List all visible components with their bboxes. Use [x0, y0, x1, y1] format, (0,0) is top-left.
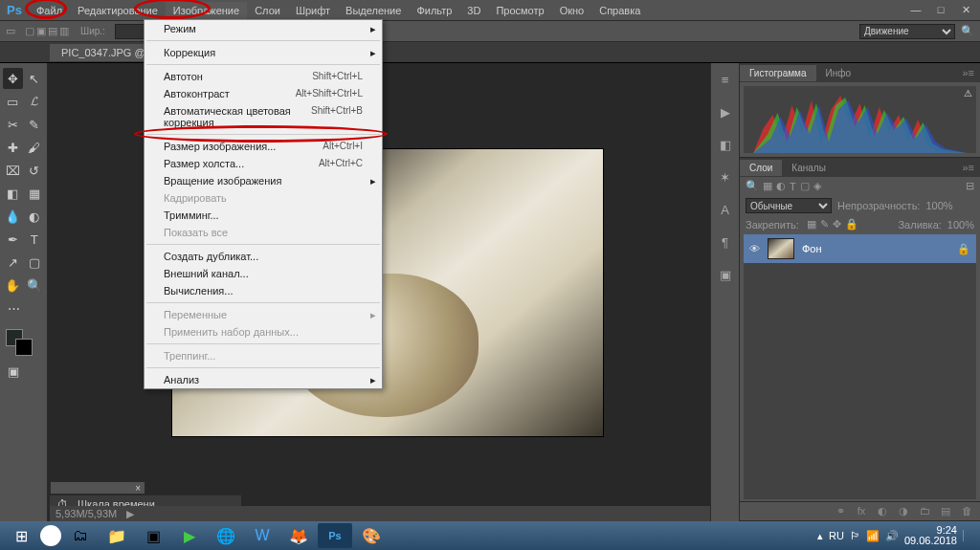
quickmask-tool[interactable]: ▣ [3, 361, 24, 382]
gradient-tool[interactable]: ▦ [25, 183, 45, 204]
menu-item-режим[interactable]: Режим▸ [145, 20, 382, 37]
taskbar-media[interactable]: ▶ [172, 523, 207, 548]
tray-clock[interactable]: 9:24 09.06.2018 [904, 525, 957, 546]
menu-item-анализ[interactable]: Анализ▸ [145, 371, 382, 388]
fx-icon[interactable]: fx [854, 505, 869, 517]
close-button[interactable]: ✕ [957, 4, 974, 16]
menu-layer[interactable]: Слои [247, 2, 288, 19]
filter-type-icon[interactable]: T [790, 181, 796, 192]
lock-icons[interactable]: ▦✎✥🔒 [805, 218, 860, 231]
menu-item-коррекция[interactable]: Коррекция▸ [145, 44, 382, 61]
path-tool[interactable]: ↗ [3, 252, 23, 273]
char-panel-icon[interactable]: A [715, 199, 736, 220]
opacity-value[interactable]: 100% [925, 200, 952, 211]
tray-sound-icon[interactable]: 🔊 [885, 530, 899, 542]
taskbar-paint[interactable]: 🎨 [354, 523, 389, 548]
workspace-select[interactable]: Движение [859, 24, 955, 39]
shape-tool[interactable]: ▢ [25, 252, 45, 273]
menu-select[interactable]: Выделение [338, 2, 409, 19]
menu-item-автоконтраст[interactable]: АвтоконтрастAlt+Shift+Ctrl+L [145, 85, 382, 102]
histogram-warning-icon[interactable]: ⚠ [964, 88, 972, 99]
eraser-tool[interactable]: ◧ [3, 183, 23, 204]
taskbar-chrome[interactable]: 🌐 [209, 523, 243, 548]
properties-panel-icon[interactable]: ◧ [715, 134, 736, 155]
artboard-tool[interactable]: ↖ [25, 68, 45, 89]
marquee-tool[interactable]: ▭ [3, 91, 23, 112]
eyedropper-tool[interactable]: ✎ [25, 114, 45, 135]
brush-tool[interactable]: 🖌 [25, 137, 45, 158]
tray-up-icon[interactable]: ▴ [817, 530, 823, 542]
menu-window[interactable]: Окно [552, 2, 592, 19]
menu-filter[interactable]: Фильтр [409, 2, 459, 19]
menu-item-автоматическая-цветовая-коррекция[interactable]: Автоматическая цветовая коррекцияShift+C… [145, 102, 382, 131]
taskbar-app1[interactable]: ▣ [136, 523, 170, 548]
tab-channels[interactable]: Каналы [782, 160, 835, 176]
tray-flag-icon[interactable]: 🏳 [850, 530, 860, 541]
history-brush-tool[interactable]: ↺ [25, 160, 45, 181]
filter-kind-icon[interactable]: 🔍 [746, 180, 759, 192]
background-color[interactable] [15, 339, 33, 356]
hand-tool[interactable]: ✋ [3, 275, 23, 296]
tray-lang[interactable]: RU [829, 530, 844, 541]
filter-adj-icon[interactable]: ◐ [776, 180, 786, 192]
type-tool[interactable]: T [25, 229, 45, 250]
brushes-panel-icon[interactable]: ✶ [715, 166, 736, 187]
new-layer-icon[interactable]: ▤ [938, 505, 953, 517]
edit-toolbar[interactable]: ⋯ [3, 297, 24, 319]
marquee-icon[interactable]: ▭ [6, 25, 15, 37]
menu-item-вычисления-[interactable]: Вычисления... [145, 282, 382, 299]
tab-layers[interactable]: Слои [740, 160, 782, 176]
filter-smart-icon[interactable]: ◈ [813, 180, 821, 192]
menu-image[interactable]: Изображение [166, 2, 247, 19]
menu-item-автотон[interactable]: АвтотонShift+Ctrl+L [145, 68, 382, 85]
start-button[interactable]: ⊞ [4, 523, 38, 548]
visibility-icon[interactable]: 👁 [749, 243, 760, 254]
menu-item-размер-изображения-[interactable]: Размер изображения...Alt+Ctrl+I [145, 138, 382, 155]
menu-item-тримминг-[interactable]: Тримминг... [145, 207, 382, 224]
menu-file[interactable]: Файл [29, 2, 70, 19]
heal-tool[interactable]: ✚ [3, 137, 23, 158]
pen-tool[interactable]: ✒ [3, 229, 23, 250]
taskbar-folder[interactable]: 📁 [100, 523, 134, 548]
tab-histogram[interactable]: Гистограмма [740, 65, 816, 81]
menu-view[interactable]: Просмотр [488, 2, 551, 19]
lasso-tool[interactable]: 𝓛 [25, 91, 45, 112]
filter-pixel-icon[interactable]: ▦ [763, 180, 772, 192]
crop-tool[interactable]: ✂ [3, 114, 23, 135]
tab-info[interactable]: Инфо [816, 65, 861, 81]
move-tool[interactable]: ✥ [3, 68, 23, 89]
status-play-icon[interactable]: ▶ [126, 508, 134, 520]
history-panel-icon[interactable]: ≡ [715, 69, 736, 90]
taskbar-explorer[interactable]: 🗂 [63, 523, 98, 548]
filter-toggle[interactable]: ⊟ [966, 180, 974, 192]
blur-tool[interactable]: 💧 [3, 206, 23, 227]
actions-panel-icon[interactable]: ▶ [715, 101, 736, 122]
layer-name[interactable]: Фон [802, 243, 822, 254]
delete-layer-icon[interactable]: 🗑 [959, 505, 974, 517]
link-layers-icon[interactable]: ⚭ [833, 505, 848, 517]
stamp-tool[interactable]: ⌧ [3, 160, 23, 181]
tray-network-icon[interactable]: 📶 [866, 530, 880, 542]
menu-item-внешний-канал-[interactable]: Внешний канал... [145, 265, 382, 282]
paragraph-panel-icon[interactable]: ¶ [715, 231, 736, 253]
maximize-button[interactable]: □ [932, 4, 949, 16]
panel-menu-icon[interactable]: »≡ [956, 162, 980, 173]
fill-value[interactable]: 100% [947, 219, 974, 231]
lock-icon[interactable]: 🔒 [957, 243, 970, 255]
color-swatches[interactable] [2, 327, 45, 360]
dodge-tool[interactable]: ◐ [25, 206, 45, 227]
menu-item-создать-дубликат-[interactable]: Создать дубликат... [145, 248, 382, 265]
taskbar-word[interactable]: W [245, 523, 279, 548]
menu-help[interactable]: Справка [591, 2, 648, 19]
taskbar-photoshop[interactable]: Ps [318, 523, 352, 548]
menu-type[interactable]: Шрифт [288, 2, 338, 19]
search-icon[interactable]: 🔍 [961, 25, 974, 37]
3d-panel-icon[interactable]: ▣ [715, 264, 736, 285]
menu-3d[interactable]: 3D [459, 2, 488, 19]
layer-row[interactable]: 👁 Фон 🔒 [744, 234, 976, 263]
layer-thumbnail[interactable] [768, 238, 794, 259]
group-icon[interactable]: 🗀 [917, 505, 932, 517]
tray-showdesktop[interactable] [963, 530, 972, 541]
menu-item-вращение-изображения[interactable]: Вращение изображения▸ [145, 172, 382, 189]
menu-item-размер-холста-[interactable]: Размер холста...Alt+Ctrl+C [145, 155, 382, 172]
